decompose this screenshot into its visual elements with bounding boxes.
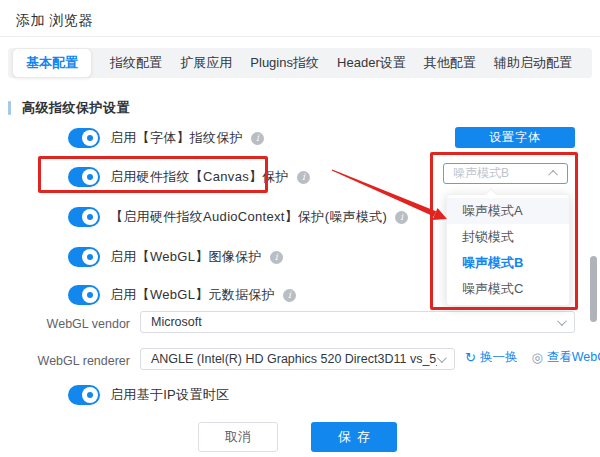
tab-plugins-fingerprint[interactable]: Plugins指纹 xyxy=(250,54,319,72)
chevron-down-icon xyxy=(437,353,447,363)
shuffle-renderer-label: 换一换 xyxy=(480,349,518,366)
row-canvas-protection: 启用硬件指纹【Canvas】保护 i xyxy=(68,167,310,187)
webgl-metadata-protection-label: 启用【WebGL】元数据保护 xyxy=(110,286,275,304)
dropdown-option-noise-a[interactable]: 噪声模式A xyxy=(447,198,569,224)
section-header: 高级指纹保护设置 xyxy=(8,99,130,117)
canvas-mode-value: 噪声模式B xyxy=(453,165,551,182)
view-webgl-params-link[interactable]: ◎ 查看WebGL参数 xyxy=(531,349,600,366)
chevron-down-icon xyxy=(557,316,567,326)
refresh-icon: ↻ xyxy=(465,351,476,364)
set-font-button[interactable]: 设置字体 xyxy=(455,127,575,148)
row-webgl-metadata-protection: 启用【WebGL】元数据保护 i xyxy=(68,285,296,305)
webgl-renderer-label: WebGL renderer xyxy=(30,354,130,368)
add-browser-dialog: 添加 浏览器 基本配置 指纹配置 扩展应用 Plugins指纹 Header设置… xyxy=(0,0,600,457)
info-icon[interactable]: i xyxy=(251,132,264,145)
tab-header-settings[interactable]: Header设置 xyxy=(337,54,406,72)
canvas-protection-toggle[interactable] xyxy=(68,167,100,187)
page-title: 添加 浏览器 xyxy=(16,12,93,30)
webgl-metadata-protection-toggle[interactable] xyxy=(68,285,100,305)
row-audiocontext-protection: 【启用硬件指纹AudioContext】保护(噪声模式) i xyxy=(68,207,408,227)
webgl-vendor-select[interactable]: Microsoft xyxy=(140,311,575,333)
canvas-protection-label: 启用硬件指纹【Canvas】保护 xyxy=(110,168,289,186)
tab-bar: 基本配置 指纹配置 扩展应用 Plugins指纹 Header设置 其他配置 辅… xyxy=(8,48,592,78)
webgl-renderer-links: ↻ 换一换 ◎ 查看WebGL参数 xyxy=(465,349,600,366)
ip-timezone-toggle[interactable] xyxy=(68,385,100,405)
dropdown-option-noise-c[interactable]: 噪声模式C xyxy=(447,276,569,302)
webgl-vendor-value: Microsoft xyxy=(151,315,557,329)
shuffle-renderer-link[interactable]: ↻ 换一换 xyxy=(465,349,517,366)
params-icon: ◎ xyxy=(531,351,542,364)
row-webgl-image-protection: 启用【WebGL】图像保护 i xyxy=(68,247,283,267)
canvas-mode-select[interactable]: 噪声模式B xyxy=(443,163,568,184)
info-icon[interactable]: i xyxy=(270,251,283,264)
cancel-button[interactable]: 取消 xyxy=(198,422,278,452)
tab-basic-config[interactable]: 基本配置 xyxy=(12,48,92,78)
info-icon[interactable]: i xyxy=(395,211,408,224)
tab-assist-launch-config[interactable]: 辅助启动配置 xyxy=(494,54,572,72)
webgl-renderer-value: ANGLE (Intel(R) HD Graphics 520 Direct3D… xyxy=(151,352,437,366)
scrollbar-thumb[interactable] xyxy=(590,256,597,322)
audiocontext-protection-toggle[interactable] xyxy=(68,207,100,227)
save-button[interactable]: 保存 xyxy=(311,422,397,452)
webgl-renderer-select[interactable]: ANGLE (Intel(R) HD Graphics 520 Direct3D… xyxy=(140,348,455,370)
view-webgl-params-label: 查看WebGL参数 xyxy=(547,349,600,366)
tab-extensions[interactable]: 扩展应用 xyxy=(180,54,232,72)
webgl-image-protection-toggle[interactable] xyxy=(68,247,100,267)
font-protection-label: 启用【字体】指纹保护 xyxy=(110,129,243,147)
info-icon[interactable]: i xyxy=(283,289,296,302)
section-title: 高级指纹保护设置 xyxy=(22,99,130,117)
row-ip-timezone: 启用基于IP设置时区 xyxy=(68,385,229,405)
webgl-image-protection-label: 启用【WebGL】图像保护 xyxy=(110,248,262,266)
info-icon[interactable]: i xyxy=(297,171,310,184)
tab-fingerprint-config[interactable]: 指纹配置 xyxy=(110,54,162,72)
dropdown-option-noise-b[interactable]: 噪声模式B xyxy=(447,250,569,276)
row-font-protection: 启用【字体】指纹保护 i xyxy=(68,128,264,148)
dropdown-option-block-mode[interactable]: 封锁模式 xyxy=(447,224,569,250)
section-accent-bar xyxy=(8,101,11,115)
font-protection-toggle[interactable] xyxy=(68,128,100,148)
audiocontext-protection-label: 【启用硬件指纹AudioContext】保护(噪声模式) xyxy=(110,208,387,226)
tab-other-config[interactable]: 其他配置 xyxy=(424,54,476,72)
canvas-mode-dropdown: 噪声模式A 封锁模式 噪声模式B 噪声模式C xyxy=(446,194,570,306)
title-divider xyxy=(0,36,600,37)
webgl-vendor-label: WebGL vendor xyxy=(30,317,130,331)
ip-timezone-label: 启用基于IP设置时区 xyxy=(110,386,229,404)
